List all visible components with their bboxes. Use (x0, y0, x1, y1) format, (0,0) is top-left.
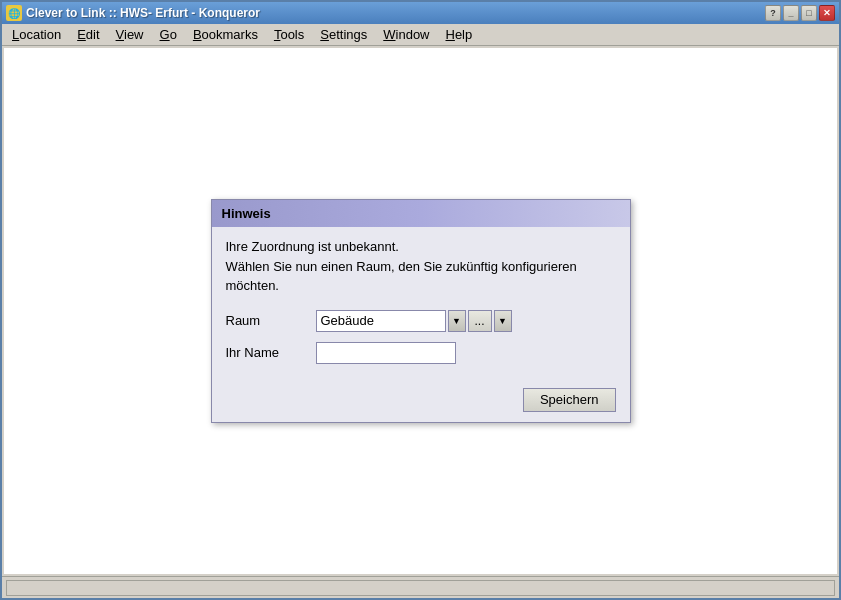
dialog-message-line2: Wählen Sie nun einen Raum, den Sie zukün… (226, 257, 616, 296)
statusbar (2, 576, 839, 598)
menu-view[interactable]: View (108, 25, 152, 44)
help-button[interactable]: ? (765, 5, 781, 21)
dialog-header: Hinweis (212, 200, 630, 227)
menu-tools[interactable]: Tools (266, 25, 312, 44)
raum-dropdown-arrow[interactable]: ▼ (448, 310, 466, 332)
raum-label: Raum (226, 313, 316, 328)
main-window: 🌐 Clever to Link :: HWS- Erfurt - Konque… (0, 0, 841, 600)
raum-row: Raum Gebäude ▼ ... ▼ (226, 310, 616, 332)
ihr-name-input[interactable] (316, 342, 456, 364)
ihr-name-controls (316, 342, 616, 364)
statusbar-text (6, 580, 835, 596)
minimize-button[interactable]: _ (783, 5, 799, 21)
raum-select[interactable]: Gebäude (316, 310, 446, 332)
app-icon: 🌐 (6, 5, 22, 21)
maximize-button[interactable]: □ (801, 5, 817, 21)
menu-settings[interactable]: Settings (312, 25, 375, 44)
dialog-body: Ihre Zuordnung ist unbekannt. Wählen Sie… (212, 227, 630, 384)
menu-go[interactable]: Go (152, 25, 185, 44)
menubar: Location Edit View Go Bookmarks Tools Se… (2, 24, 839, 46)
window-title: Clever to Link :: HWS- Erfurt - Konquero… (26, 6, 260, 20)
dialog-box: Hinweis Ihre Zuordnung ist unbekannt. Wä… (211, 199, 631, 423)
save-button[interactable]: Speichern (523, 388, 616, 412)
content-area: Hinweis Ihre Zuordnung ist unbekannt. Wä… (4, 48, 837, 574)
dialog-message: Ihre Zuordnung ist unbekannt. Wählen Sie… (226, 237, 616, 296)
menu-location[interactable]: Location (4, 25, 69, 44)
dialog-footer: Speichern (212, 384, 630, 422)
titlebar-left: 🌐 Clever to Link :: HWS- Erfurt - Konque… (6, 5, 260, 21)
browse-button[interactable]: ... (468, 310, 492, 332)
close-button[interactable]: ✕ (819, 5, 835, 21)
ihr-name-label: Ihr Name (226, 345, 316, 360)
raum-controls: Gebäude ▼ ... ▼ (316, 310, 616, 332)
dialog-message-line1: Ihre Zuordnung ist unbekannt. (226, 237, 616, 257)
menu-edit[interactable]: Edit (69, 25, 107, 44)
menu-help[interactable]: Help (438, 25, 481, 44)
menu-bookmarks[interactable]: Bookmarks (185, 25, 266, 44)
titlebar: 🌐 Clever to Link :: HWS- Erfurt - Konque… (2, 2, 839, 24)
ihr-name-row: Ihr Name (226, 342, 616, 364)
titlebar-buttons: ? _ □ ✕ (765, 5, 835, 21)
menu-window[interactable]: Window (375, 25, 437, 44)
expand-arrow[interactable]: ▼ (494, 310, 512, 332)
